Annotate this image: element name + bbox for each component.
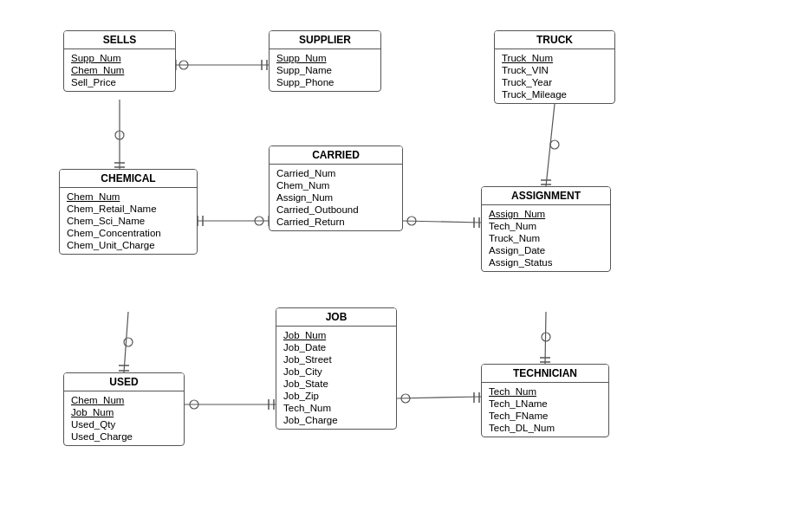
svg-point-31 xyxy=(190,400,198,409)
assignment-field-assign-date: Assign_Date xyxy=(489,244,603,256)
sells-field-chem-num: Chem_Num xyxy=(71,64,168,76)
supplier-fields: Supp_Num Supp_Name Supp_Phone xyxy=(270,49,380,91)
carried-table: CARRIED Carried_Num Chem_Num Assign_Num … xyxy=(269,146,403,231)
truck-field-truck-year: Truck_Year xyxy=(502,76,607,88)
job-field-job-date: Job_Date xyxy=(283,341,389,353)
supplier-field-supp-name: Supp_Name xyxy=(276,64,374,76)
job-field-job-street: Job_Street xyxy=(283,353,389,365)
carried-field-assign-num: Assign_Num xyxy=(276,191,395,204)
carried-field-carried-num: Carried_Num xyxy=(276,167,395,179)
carried-field-return: Carried_Return xyxy=(276,216,395,228)
supplier-title: SUPPLIER xyxy=(270,31,380,49)
technician-title: TECHNICIAN xyxy=(482,365,608,383)
svg-line-34 xyxy=(397,397,481,398)
truck-title: TRUCK xyxy=(495,31,614,49)
truck-fields: Truck_Num Truck_VIN Truck_Year Truck_Mil… xyxy=(495,49,614,103)
chemical-fields: Chem_Num Chem_Retail_Name Chem_Sci_Name … xyxy=(60,188,197,254)
supplier-table: SUPPLIER Supp_Num Supp_Name Supp_Phone xyxy=(269,30,381,92)
carried-fields: Carried_Num Chem_Num Assign_Num Carried_… xyxy=(270,165,402,230)
svg-point-35 xyxy=(401,394,410,403)
job-field-job-num: Job_Num xyxy=(283,329,389,341)
job-field-job-charge: Job_Charge xyxy=(283,414,389,426)
sells-title: SELLS xyxy=(64,31,175,49)
used-title: USED xyxy=(64,373,184,391)
job-field-job-state: Job_State xyxy=(283,378,389,390)
technician-fields: Tech_Num Tech_LName Tech_FName Tech_DL_N… xyxy=(482,383,608,437)
svg-point-6 xyxy=(115,131,124,139)
supplier-field-supp-phone: Supp_Phone xyxy=(276,76,374,88)
chemical-field-chem-conc: Chem_Concentration xyxy=(67,227,190,239)
truck-field-truck-vin: Truck_VIN xyxy=(502,64,607,76)
used-field-used-qty: Used_Qty xyxy=(71,418,177,430)
truck-table: TRUCK Truck_Num Truck_VIN Truck_Year Tru… xyxy=(494,30,615,104)
chemical-field-chem-sci: Chem_Sci_Name xyxy=(67,215,190,227)
svg-line-14 xyxy=(403,221,481,223)
job-field-job-city: Job_City xyxy=(283,365,389,378)
job-field-job-zip: Job_Zip xyxy=(283,390,389,402)
used-table: USED Chem_Num Job_Num Used_Qty Used_Char… xyxy=(63,372,185,446)
assignment-field-assign-status: Assign_Status xyxy=(489,256,603,268)
technician-field-tech-lname: Tech_LName xyxy=(489,398,601,410)
used-fields: Chem_Num Job_Num Used_Qty Used_Charge xyxy=(64,391,184,445)
technician-field-tech-fname: Tech_FName xyxy=(489,410,601,422)
assignment-title: ASSIGNMENT xyxy=(482,187,610,205)
assignment-fields: Assign_Num Tech_Num Truck_Num Assign_Dat… xyxy=(482,205,610,271)
chemical-field-chem-num: Chem_Num xyxy=(67,191,190,203)
carried-field-outbound: Carried_Outbound xyxy=(276,204,395,216)
assignment-table: ASSIGNMENT Assign_Num Tech_Num Truck_Num… xyxy=(481,186,611,272)
sells-fields: Supp_Num Chem_Num Sell_Price xyxy=(64,49,175,91)
chemical-table: CHEMICAL Chem_Num Chem_Retail_Name Chem_… xyxy=(59,169,198,255)
used-field-used-charge: Used_Charge xyxy=(71,430,177,443)
sells-field-sell-price: Sell_Price xyxy=(71,76,168,88)
svg-point-15 xyxy=(407,217,416,225)
technician-field-tech-dl: Tech_DL_Num xyxy=(489,422,601,434)
supplier-field-supp-num: Supp_Num xyxy=(276,52,374,64)
svg-line-18 xyxy=(546,104,555,186)
job-field-tech-num: Tech_Num xyxy=(283,402,389,414)
used-field-job-num: Job_Num xyxy=(71,406,177,418)
assignment-field-truck-num: Truck_Num xyxy=(489,232,603,244)
truck-field-truck-num: Truck_Num xyxy=(502,52,607,64)
svg-line-26 xyxy=(124,312,128,372)
sells-table: SELLS Supp_Num Chem_Num Sell_Price xyxy=(63,30,176,92)
carried-field-chem-num: Chem_Num xyxy=(276,179,395,191)
assignment-field-tech-num: Tech_Num xyxy=(489,220,603,232)
job-table: JOB Job_Num Job_Date Job_Street Job_City… xyxy=(276,307,397,430)
job-title: JOB xyxy=(276,308,396,327)
chemical-field-chem-unit: Chem_Unit_Charge xyxy=(67,239,190,251)
chemical-field-chem-retail: Chem_Retail_Name xyxy=(67,203,190,215)
svg-point-3 xyxy=(179,61,188,69)
chemical-title: CHEMICAL xyxy=(60,170,197,188)
svg-point-12 xyxy=(255,217,263,225)
used-field-chem-num: Chem_Num xyxy=(71,394,177,406)
svg-point-21 xyxy=(550,140,559,149)
job-fields: Job_Num Job_Date Job_Street Job_City Job… xyxy=(276,327,396,429)
svg-point-23 xyxy=(542,333,550,341)
truck-field-truck-mileage: Truck_Mileage xyxy=(502,88,607,100)
carried-title: CARRIED xyxy=(270,146,402,165)
svg-point-27 xyxy=(124,338,133,346)
sells-field-supp-num: Supp_Num xyxy=(71,52,168,64)
assignment-field-assign-num: Assign_Num xyxy=(489,208,603,220)
svg-line-22 xyxy=(545,312,546,364)
technician-table: TECHNICIAN Tech_Num Tech_LName Tech_FNam… xyxy=(481,364,609,437)
technician-field-tech-num: Tech_Num xyxy=(489,385,601,398)
